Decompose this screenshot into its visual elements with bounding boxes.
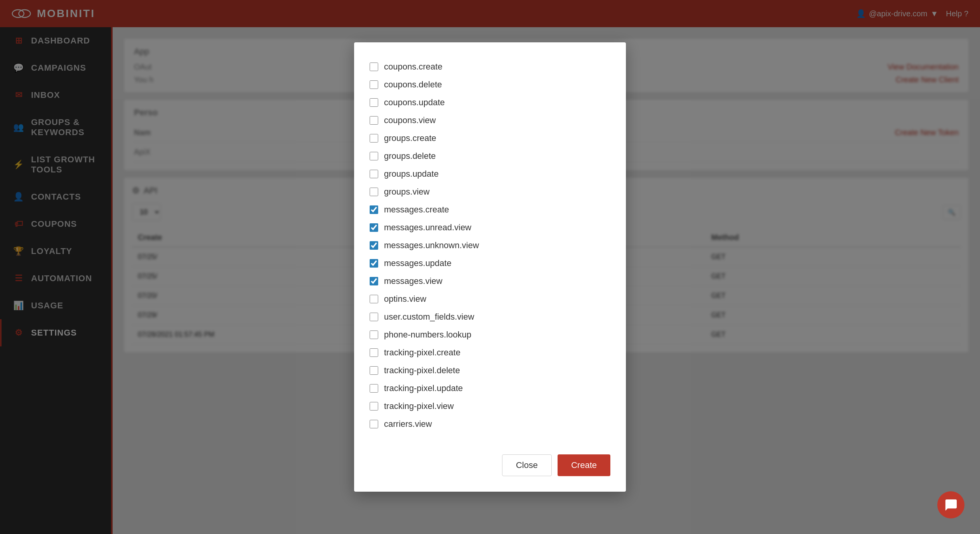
checkbox-groups_view[interactable] — [370, 188, 378, 196]
checkbox-label-coupons_update: coupons.update — [384, 97, 445, 108]
checkbox-item: messages.unknown.view — [370, 237, 610, 254]
checkbox-label-tracking_pixel_view: tracking-pixel.view — [384, 401, 454, 411]
checkbox-item: optins.view — [370, 290, 610, 308]
close-button[interactable]: Close — [502, 454, 552, 476]
chat-icon — [944, 498, 958, 512]
checkbox-label-messages_unread_view: messages.unread.view — [384, 223, 471, 233]
checkbox-messages_view[interactable] — [370, 277, 378, 285]
checkbox-item: coupons.update — [370, 94, 610, 111]
modal-overlay: coupons.createcoupons.deletecoupons.upda… — [0, 0, 980, 534]
checkbox-label-coupons_view: coupons.view — [384, 115, 436, 125]
checkbox-item: groups.view — [370, 183, 610, 201]
checkbox-item: tracking-pixel.update — [370, 379, 610, 397]
checkbox-item: messages.view — [370, 272, 610, 290]
checkbox-label-groups_create: groups.create — [384, 133, 436, 143]
checkbox-groups_update[interactable] — [370, 170, 378, 178]
checkbox-item: groups.update — [370, 165, 610, 183]
checkbox-label-messages_update: messages.update — [384, 258, 452, 268]
create-button[interactable]: Create — [558, 454, 610, 476]
checkbox-label-messages_create: messages.create — [384, 205, 449, 215]
modal-footer: Close Create — [370, 447, 610, 476]
checkbox-item: tracking-pixel.create — [370, 344, 610, 362]
checkbox-label-carriers_view: carriers.view — [384, 419, 432, 429]
checkbox-item: user.custom_fields.view — [370, 308, 610, 326]
checkbox-label-tracking_pixel_update: tracking-pixel.update — [384, 383, 463, 393]
checkbox-label-groups_update: groups.update — [384, 169, 439, 179]
checkbox-phone_numbers_lookup[interactable] — [370, 330, 378, 339]
checkbox-label-tracking_pixel_create: tracking-pixel.create — [384, 348, 460, 358]
checkbox-label-user_custom_fields_view: user.custom_fields.view — [384, 312, 474, 322]
checkbox-item: coupons.create — [370, 58, 610, 76]
checkbox-coupons_create[interactable] — [370, 63, 378, 71]
checkbox-item: coupons.view — [370, 111, 610, 129]
checkbox-messages_update[interactable] — [370, 259, 378, 268]
checkbox-label-groups_view: groups.view — [384, 187, 429, 197]
checkbox-label-tracking_pixel_delete: tracking-pixel.delete — [384, 365, 460, 376]
checkbox-label-coupons_delete: coupons.delete — [384, 80, 442, 90]
checkbox-messages_unread_view[interactable] — [370, 223, 378, 232]
checkbox-coupons_view[interactable] — [370, 116, 378, 125]
checkbox-item: coupons.delete — [370, 76, 610, 94]
checkbox-tracking_pixel_update[interactable] — [370, 384, 378, 393]
checkbox-label-messages_unknown_view: messages.unknown.view — [384, 240, 479, 250]
checkbox-label-optins_view: optins.view — [384, 294, 426, 304]
checkbox-tracking_pixel_delete[interactable] — [370, 366, 378, 375]
checkbox-item: phone-numbers.lookup — [370, 326, 610, 344]
checkbox-item: groups.create — [370, 129, 610, 147]
chat-bubble-button[interactable] — [937, 491, 964, 518]
checkbox-label-messages_view: messages.view — [384, 276, 442, 286]
checkbox-item: groups.delete — [370, 147, 610, 165]
checkbox-label-groups_delete: groups.delete — [384, 151, 436, 161]
checkbox-item: carriers.view — [370, 415, 610, 433]
checkbox-tracking_pixel_view[interactable] — [370, 402, 378, 411]
checkbox-item: messages.create — [370, 201, 610, 219]
checkbox-coupons_delete[interactable] — [370, 80, 378, 89]
checkbox-label-coupons_create: coupons.create — [384, 62, 442, 72]
checkbox-groups_delete[interactable] — [370, 152, 378, 160]
checkbox-coupons_update[interactable] — [370, 98, 378, 107]
checkbox-item: messages.update — [370, 254, 610, 272]
checkbox-label-phone_numbers_lookup: phone-numbers.lookup — [384, 330, 471, 340]
checkbox-tracking_pixel_create[interactable] — [370, 348, 378, 357]
permissions-modal: coupons.createcoupons.deletecoupons.upda… — [354, 42, 626, 492]
checkbox-item: messages.unread.view — [370, 219, 610, 237]
checkbox-user_custom_fields_view[interactable] — [370, 313, 378, 321]
checkbox-item: tracking-pixel.delete — [370, 362, 610, 379]
checkbox-optins_view[interactable] — [370, 295, 378, 303]
checkbox-messages_unknown_view[interactable] — [370, 241, 378, 250]
checkbox-messages_create[interactable] — [370, 205, 378, 214]
checkbox-groups_create[interactable] — [370, 134, 378, 143]
checkbox-item: tracking-pixel.view — [370, 397, 610, 415]
modal-body: coupons.createcoupons.deletecoupons.upda… — [370, 58, 610, 433]
checkbox-carriers_view[interactable] — [370, 420, 378, 428]
